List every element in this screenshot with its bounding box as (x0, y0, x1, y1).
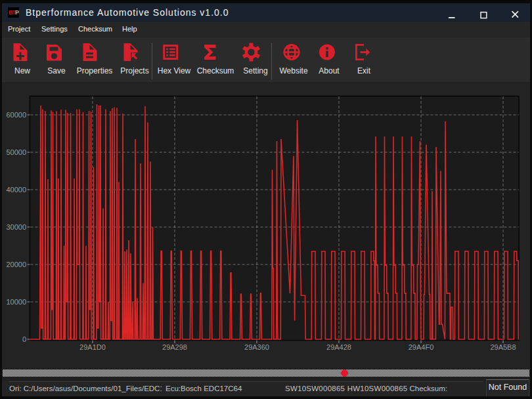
svg-text:29A1D0: 29A1D0 (79, 343, 106, 351)
svg-text:29A360: 29A360 (244, 343, 269, 351)
svg-text:29A5B8: 29A5B8 (490, 343, 516, 351)
svg-text:0: 0 (22, 335, 26, 343)
svg-text:29A298: 29A298 (162, 343, 187, 351)
svg-text:20000: 20000 (6, 261, 26, 268)
svg-text:50000: 50000 (6, 148, 26, 156)
svg-text:40000: 40000 (6, 186, 26, 194)
svg-text:30000: 30000 (6, 223, 26, 231)
svg-text:10000: 10000 (6, 298, 26, 306)
svg-text:29A428: 29A428 (326, 343, 351, 351)
svg-text:60000: 60000 (6, 111, 26, 119)
svg-text:29A4F0: 29A4F0 (409, 343, 434, 351)
